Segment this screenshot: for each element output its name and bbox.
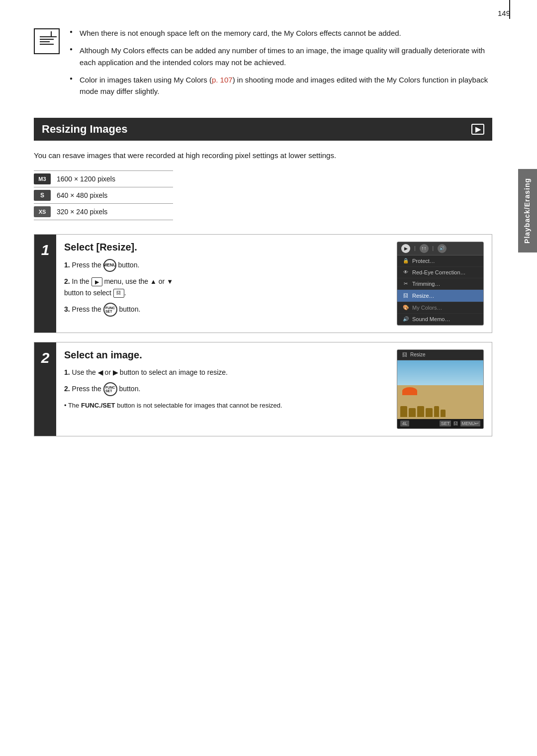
note-icon xyxy=(34,28,60,54)
left-arrow-icon: ◀ xyxy=(98,369,103,376)
resize-ctrl-icon: 囧 xyxy=(453,421,458,426)
resolution-table: M3 1600 × 1200 pixels S 640 × 480 pixels… xyxy=(34,170,173,220)
cam-menu-redeye-label: Red-Eye Correction… xyxy=(412,269,466,275)
camera-screen-1: ▶ | ↑↑ | 🔊 🔒 Protect… 👁 Red-Eye Correcti… xyxy=(397,242,484,326)
step-1-number: 1 xyxy=(34,235,56,333)
cam-menu-sound: 🔊 Sound Memo… xyxy=(397,314,483,325)
resize-select-icon: 囧 xyxy=(113,289,124,298)
page-link[interactable]: p. 107 xyxy=(212,76,233,84)
step-1-text: Select [Resize]. 1. Press the MENU butto… xyxy=(64,242,388,326)
res-badge-xs: XS xyxy=(34,206,51,217)
func-set-button-icon-2: FUNCSET xyxy=(103,382,117,396)
beach-sky xyxy=(397,360,483,385)
down-arrow-icon: ▼ xyxy=(167,278,173,285)
section-heading: Resizing Images ▶ xyxy=(34,118,492,141)
playback-menu-icon: ▶ xyxy=(91,277,102,286)
chair-2 xyxy=(409,408,416,417)
step-2-note: • The FUNC./SET button is not selectable… xyxy=(64,400,388,411)
chair-1 xyxy=(400,406,407,417)
cam-sep-1: | xyxy=(414,246,416,251)
umbrella-1 xyxy=(402,387,417,395)
step-1-content: Select [Resize]. 1. Press the MENU butto… xyxy=(56,235,492,333)
step-2-instructions: 1. Use the ◀ or ▶ button to select an im… xyxy=(64,367,388,411)
cam-top-bar: ▶ | ↑↑ | 🔊 xyxy=(397,242,483,255)
cam-img-size-label: 4L xyxy=(400,420,409,426)
redeye-icon: 👁 xyxy=(402,269,409,275)
cam-sep-2: | xyxy=(433,246,434,251)
cam-img-bottom-bar: 4L SET 囧 MENU↩ xyxy=(397,419,483,428)
doc-line-2 xyxy=(40,39,54,40)
step-2-text: Select an image. 1. Use the ◀ or ▶ butto… xyxy=(64,349,388,429)
notes-section: When there is not enough space left on t… xyxy=(34,27,492,103)
step-1-instr-2: 2. In the ▶ menu, use the ▲ or ▼ button … xyxy=(64,276,388,299)
chair-5 xyxy=(434,406,439,417)
res-badge-s: S xyxy=(34,190,51,201)
resolution-row-m3: M3 1600 × 1200 pixels xyxy=(34,171,173,187)
cam-menu-mycolors: 🎨 My Colors… xyxy=(397,302,483,314)
chair-3 xyxy=(417,406,424,417)
res-text-xs: 320 × 240 pixels xyxy=(57,208,107,216)
step-1-title: Select [Resize]. xyxy=(64,242,388,253)
cam-menu-protect-label: Protect… xyxy=(412,258,435,264)
func-set-button-icon: FUNCSET xyxy=(103,303,117,317)
step-2-content: Select an image. 1. Use the ◀ or ▶ butto… xyxy=(56,342,492,436)
cam-menu-sound-label: Sound Memo… xyxy=(412,316,450,322)
res-badge-m3: M3 xyxy=(34,173,51,184)
sound-icon: 🔊 xyxy=(402,316,409,322)
step-2-instr-2: 2. Press the FUNCSET button. xyxy=(64,382,388,396)
right-arrow-icon: ▶ xyxy=(113,369,118,376)
cam-sound-tab: 🔊 xyxy=(438,244,447,253)
res-text-m3: 1600 × 1200 pixels xyxy=(57,175,115,183)
page-number: 149 xyxy=(498,9,510,17)
set-label: SET xyxy=(440,420,451,426)
camera-menu: ▶ | ↑↑ | 🔊 🔒 Protect… 👁 Red-Eye Correcti… xyxy=(397,242,483,325)
res-text-s: 640 × 480 pixels xyxy=(57,191,107,199)
cam-menu-mycolors-label: My Colors… xyxy=(412,305,443,311)
chair-4 xyxy=(426,408,433,417)
doc-line-3 xyxy=(40,41,50,42)
cam-resize-title: Resize xyxy=(410,352,426,357)
cam-menu-trim-label: Trimming… xyxy=(412,281,440,287)
step-1-instr-3: 3. Press the FUNCSET button. xyxy=(64,303,388,317)
doc-line-4 xyxy=(40,44,54,45)
step-2-container: 2 Select an image. 1. Use the ◀ or ▶ but… xyxy=(34,342,492,436)
mycolors-icon: 🎨 xyxy=(402,305,409,310)
cam-menu-resize: 囧 Resize… xyxy=(397,290,483,302)
note-item-1: When there is not enough space left on t… xyxy=(69,27,492,39)
resize-icon: 囧 xyxy=(402,292,409,299)
cam-img-controls: SET 囧 MENU↩ xyxy=(440,420,480,427)
cam-settings-tab: ↑↑ xyxy=(420,244,429,253)
chair-6 xyxy=(441,410,446,417)
cam-img-top-bar: 囧 Resize xyxy=(397,350,483,360)
protect-icon: 🔒 xyxy=(402,258,409,263)
step-2-instr-1: 1. Use the ◀ or ▶ button to select an im… xyxy=(64,367,388,378)
note-item-3: Color in images taken using My Colors (p… xyxy=(69,74,492,97)
doc-lines xyxy=(40,36,54,46)
step-1-instr-1: 1. Press the MENU button. xyxy=(64,259,388,272)
cam-menu-trim: ✂ Trimming… xyxy=(397,278,483,290)
cam-menu-protect: 🔒 Protect… xyxy=(397,255,483,267)
step-1-instructions: 1. Press the MENU button. 2. In the ▶ me… xyxy=(64,259,388,317)
menu-return-label: MENU↩ xyxy=(460,420,481,426)
section-intro: You can resave images that were recorded… xyxy=(34,150,492,161)
notes-list: When there is not enough space left on t… xyxy=(69,27,492,97)
camera-screen-2: 囧 Resize 4L xyxy=(397,349,484,429)
cam-menu-resize-label: Resize… xyxy=(412,293,435,299)
cam-resize-title-icon: 囧 xyxy=(401,351,408,358)
playback-mode-icon: ▶ xyxy=(471,124,484,135)
beach-chairs xyxy=(397,385,483,419)
up-arrow-icon: ▲ xyxy=(150,278,157,285)
step-2-number: 2 xyxy=(34,342,56,436)
trim-icon: ✂ xyxy=(402,281,409,286)
cam-img-body xyxy=(397,360,483,419)
cam-menu-redeye: 👁 Red-Eye Correction… xyxy=(397,267,483,278)
main-content: When there is not enough space left on t… xyxy=(34,27,492,436)
side-tab: Playback/Erasing xyxy=(518,169,537,252)
step-2-title: Select an image. xyxy=(64,349,388,361)
note-item-2: Although My Colors effects can be added … xyxy=(69,45,492,68)
corner-fold xyxy=(51,31,57,37)
notes-text: When there is not enough space left on t… xyxy=(69,27,492,103)
step-1-container: 1 Select [Resize]. 1. Press the MENU but… xyxy=(34,234,492,333)
menu-button-icon: MENU xyxy=(103,259,116,272)
resolution-row-s: S 640 × 480 pixels xyxy=(34,187,173,204)
